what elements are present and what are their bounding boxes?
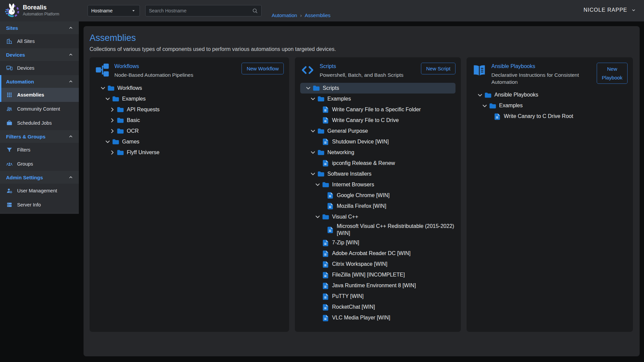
folder-icon (322, 213, 330, 221)
tree-folder-row[interactable]: Examples (300, 94, 455, 104)
tree-folder-row[interactable]: Visual C++ (300, 212, 455, 222)
brand: Borealis Automation Platform (4, 3, 59, 18)
new-workflow-button[interactable]: New Workflow (241, 63, 284, 74)
sidebar: SitesAll SitesDevicesDevicesAutomationAs… (0, 21, 79, 214)
folder-icon (116, 148, 124, 157)
chevron-right-icon[interactable] (108, 106, 116, 114)
sidebar-section-sites[interactable]: Sites (0, 21, 79, 34)
tree-file-row[interactable]: Citrix Workspace [WIN] (300, 259, 455, 270)
cards-container: WorkflowsNode-Based Automation Pipelines… (90, 57, 634, 332)
tree-item-label: Scripts (323, 84, 339, 93)
tree-file-row[interactable]: Java Runtime Environment 8 [WIN] (300, 281, 455, 291)
tree-folder-row[interactable]: Internet Browsers (300, 179, 455, 190)
sidebar-item-community-content[interactable]: Community Content (0, 102, 79, 116)
sidebar-section-admin-settings[interactable]: Admin Settings (0, 171, 79, 184)
sidebar-item-label: Groups (17, 161, 33, 167)
tree-file-row[interactable]: RocketChat [WIN] (300, 302, 455, 313)
new-script-button[interactable]: New Script (421, 63, 455, 74)
sidebar-item-server-info[interactable]: Server Info (0, 198, 79, 212)
chevron-right-icon[interactable] (108, 116, 116, 124)
tree-file-row[interactable]: Mozilla Firefox [WIN] (300, 201, 455, 212)
tree-folder-row[interactable]: Examples (472, 101, 628, 111)
file-icon (493, 113, 501, 121)
tree-folder-row[interactable]: Basic (95, 115, 284, 126)
chevron-down-icon[interactable] (314, 181, 322, 189)
page-description: Collections of various types of componen… (90, 46, 634, 52)
sidebar-item-filters[interactable]: Filters (0, 143, 79, 157)
tree-folder-row[interactable]: Flyff Universe (95, 147, 284, 158)
user-menu[interactable]: NICOLE RAPPE (584, 7, 637, 13)
sidebar-item-scheduled-jobs[interactable]: Scheduled Jobs (0, 116, 79, 130)
tree-folder-row[interactable]: API Requests (95, 104, 284, 115)
tree-file-row[interactable]: 7-Zip [WIN] (300, 238, 455, 248)
sidebar-item-assemblies[interactable]: Assemblies (0, 88, 79, 102)
chevron-down-icon[interactable] (309, 127, 317, 135)
main-panel: Assemblies Collections of various types … (84, 26, 640, 356)
tree-item-label: Examples (122, 95, 146, 103)
chevron-down-icon[interactable] (99, 84, 107, 92)
tree-folder-row[interactable]: General Purpose (300, 126, 455, 136)
sidebar-item-user-management[interactable]: User Management (0, 184, 79, 198)
chevron-down-icon[interactable] (304, 84, 312, 92)
sidebar-section-filters-groups[interactable]: Filters & Groups (0, 130, 79, 143)
hostname-select-value: Hostname (91, 8, 113, 13)
sidebar-item-label: Scheduled Jobs (17, 120, 52, 126)
tree-indent-spacer (314, 282, 322, 290)
brand-subtitle: Automation Platform (23, 12, 59, 16)
tree-file-row[interactable]: Shutdown Device [WIN] (300, 136, 455, 147)
chevron-down-icon[interactable] (476, 91, 484, 99)
tree-file-row[interactable]: VLC Media Player [WIN] (300, 313, 455, 323)
breadcrumb-automation[interactable]: Automation (272, 12, 297, 18)
groups-icon (6, 161, 13, 167)
tree-item-label: Software Installers (327, 170, 372, 178)
tree-file-row[interactable]: Microsoft Visual C++ Redistributable (20… (300, 222, 455, 238)
sidebar-section-automation[interactable]: Automation (0, 75, 79, 88)
tree-file-row[interactable]: Write Canary File to a Specific Folder (300, 104, 455, 115)
tree-ansible-playbooks: Ansible PlaybooksExamplesWrite Canary to… (472, 90, 628, 122)
tree-item-label: PuTTY [WIN] (332, 292, 364, 301)
breadcrumb-assemblies[interactable]: Assemblies (305, 12, 331, 18)
chevron-down-icon[interactable] (309, 95, 317, 103)
chevron-down-icon[interactable] (104, 95, 112, 103)
tree-file-row[interactable]: Write Canary File to C Drive (300, 115, 455, 126)
sidebar-item-label: Server Info (17, 202, 41, 207)
tree-folder-row[interactable]: Examples (95, 94, 284, 104)
sidebar-section-devices[interactable]: Devices (0, 48, 79, 61)
tree-folder-row[interactable]: Workflows (95, 83, 284, 94)
chevron-down-icon[interactable] (314, 213, 322, 221)
chevron-down-icon (631, 7, 637, 13)
chevron-right-icon[interactable] (108, 127, 116, 135)
folder-icon (116, 106, 124, 114)
chevron-down-icon[interactable] (481, 102, 489, 110)
tree-folder-row[interactable]: OCR (95, 126, 284, 136)
folder-icon (112, 95, 120, 103)
tree-file-row[interactable]: PuTTY [WIN] (300, 291, 455, 302)
chevron-down-icon[interactable] (309, 148, 317, 157)
tree-folder-row[interactable]: Networking (300, 147, 455, 158)
chevron-right-icon[interactable] (108, 148, 116, 157)
tree-folder-row[interactable]: Ansible Playbooks (472, 90, 628, 101)
sidebar-item-label: User Management (17, 188, 57, 193)
tree-file-row[interactable]: FileZilla [WIN] [INCOMPLETE] (300, 270, 455, 281)
search-hostname-input[interactable] (149, 8, 252, 13)
tree-file-row[interactable]: ipconfig Release & Renew (300, 158, 455, 169)
sidebar-item-devices[interactable]: Devices (0, 61, 79, 75)
chevron-down-icon[interactable] (309, 170, 317, 178)
tree-folder-row[interactable]: Games (95, 136, 284, 147)
tree-folder-row[interactable]: Software Installers (300, 169, 455, 179)
sidebar-item-groups[interactable]: Groups (0, 157, 79, 171)
folder-icon (116, 116, 124, 124)
chevron-down-icon[interactable] (104, 138, 112, 146)
sidebar-item-all-sites[interactable]: All Sites (0, 34, 79, 48)
hostname-select[interactable]: Hostname (88, 5, 140, 16)
tree-file-row[interactable]: Write Canary to C Drive Root (472, 111, 628, 122)
folder-icon (317, 95, 325, 103)
tree-item-label: FileZilla [WIN] [INCOMPLETE] (332, 271, 405, 279)
grid-icon (6, 92, 13, 98)
tree-file-row[interactable]: Adobe Acrobat Reader DC [WIN] (300, 248, 455, 259)
tree-file-row[interactable]: Google Chrome [WIN] (300, 190, 455, 201)
new-playbook-button[interactable]: New Playbook (597, 63, 628, 84)
tree-folder-row[interactable]: Scripts (300, 83, 455, 94)
file-icon (326, 226, 334, 234)
file-icon (326, 191, 334, 199)
